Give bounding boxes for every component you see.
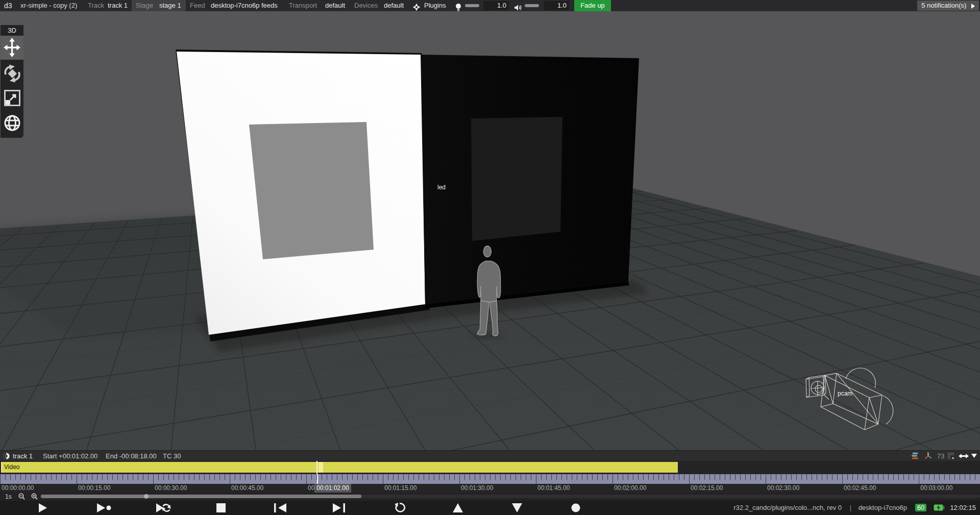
svg-text:pcam: pcam — [838, 390, 852, 397]
svg-text:led: led — [437, 184, 446, 191]
